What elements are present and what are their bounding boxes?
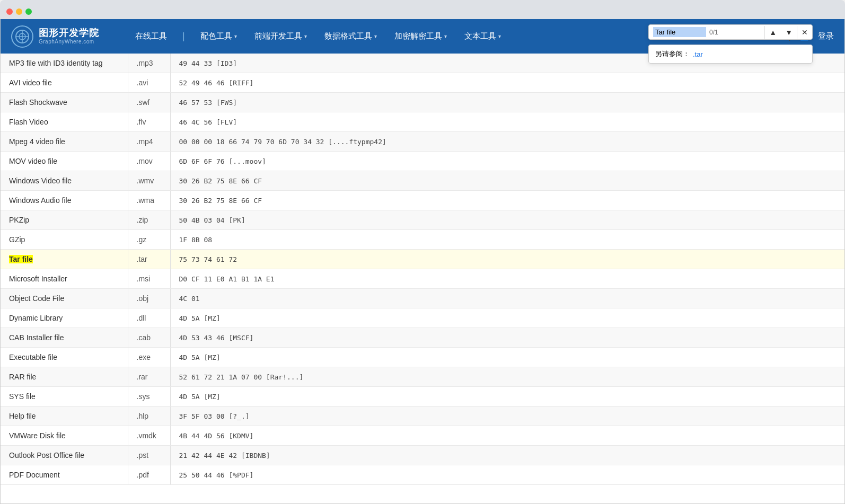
logo-icon [11, 25, 33, 48]
table-cell-magic: D0 CF 11 E0 A1 B1 1A E1 [170, 269, 844, 289]
table-cell-name: Windows Video file [1, 171, 128, 191]
table-row: Windows Video file.wmv30 26 B2 75 8E 66 … [1, 171, 844, 191]
table-cell-magic: 6D 6F 6F 76 [...moov] [170, 152, 844, 171]
table-cell-ext: .rar [128, 367, 170, 387]
table-row: Flash Shockwave.swf46 57 53 [FWS] [1, 93, 844, 112]
chevron-down-icon: ▾ [234, 33, 237, 39]
file-magic-table-container: MP3 file with ID3 identity tag.mp349 44 … [1, 54, 844, 485]
search-next-button[interactable]: ▼ [781, 26, 797, 39]
nav-item-frontend-tools[interactable]: 前端开发工具 ▾ [252, 27, 309, 46]
table-cell-magic: 75 73 74 61 72 [170, 250, 844, 269]
table-cell-name: Mpeg 4 video file [1, 132, 128, 152]
table-cell-name: Flash Video [1, 112, 128, 132]
table-cell-ext: .mp3 [128, 54, 170, 73]
table-row: Flash Video.flv46 4C 56 [FLV] [1, 112, 844, 132]
table-cell-ext: .sys [128, 387, 170, 406]
nav-item-data-tools[interactable]: 数据格式工具 ▾ [322, 27, 379, 46]
maximize-dot[interactable] [25, 8, 32, 15]
nav-item-crypto-tools[interactable]: 加密解密工具 ▾ [392, 27, 449, 46]
table-row: Mpeg 4 video file.mp400 00 00 18 66 74 7… [1, 132, 844, 152]
table-row: Outlook Post Office file.pst21 42 44 4E … [1, 446, 844, 465]
table-cell-ext: .pdf [128, 465, 170, 485]
table-cell-magic: 30 26 B2 75 8E 66 CF [170, 191, 844, 210]
search-input[interactable] [653, 27, 706, 37]
table-cell-name: RAR file [1, 367, 128, 387]
table-cell-name: Windows Audio file [1, 191, 128, 210]
table-cell-magic: 52 61 72 21 1A 07 00 [Rar!...] [170, 367, 844, 387]
logo[interactable]: 图形开发学院 GraphAnyWhere.com [11, 25, 107, 48]
search-input-wrapper: 0/1 [649, 25, 764, 39]
table-cell-name: MOV video file [1, 152, 128, 171]
nav-divider: | [182, 31, 185, 42]
table-cell-magic: 1F 8B 08 [170, 230, 844, 250]
table-cell-magic: 00 00 00 18 66 74 79 70 6D 70 34 32 [...… [170, 132, 844, 152]
table-cell-name: VMWare Disk file [1, 426, 128, 446]
table-cell-magic: 4B 44 4D 56 [KDMV] [170, 426, 844, 446]
search-navigation: ▲ ▼ [764, 26, 797, 39]
table-cell-name: Dynamic Library [1, 308, 128, 328]
table-row: SYS file.sys4D 5A [MZ] [1, 387, 844, 406]
table-cell-magic: 3F 5F 03 00 [?_.] [170, 406, 844, 426]
logo-title: 图形开发学院 [39, 28, 99, 39]
browser-chrome [0, 0, 845, 19]
table-cell-name: AVI video file [1, 73, 128, 93]
table-cell-ext: .mp4 [128, 132, 170, 152]
table-cell-magic: 4D 53 43 46 [MSCF] [170, 328, 844, 348]
chevron-down-icon: ▾ [498, 33, 501, 39]
table-cell-name: SYS file [1, 387, 128, 406]
table-row: Windows Audio file.wma30 26 B2 75 8E 66 … [1, 191, 844, 210]
table-row: RAR file.rar52 61 72 21 1A 07 00 [Rar!..… [1, 367, 844, 387]
table-cell-name: Tar file [1, 250, 128, 269]
table-cell-name: PDF Document [1, 465, 128, 485]
close-dot[interactable] [6, 8, 13, 15]
table-cell-magic: 25 50 44 46 [%PDF] [170, 465, 844, 485]
table-row: Tar file.tar75 73 74 61 72 [1, 250, 844, 269]
table-cell-ext: .cab [128, 328, 170, 348]
logo-subtitle: GraphAnyWhere.com [39, 39, 99, 45]
table-cell-magic: 4D 5A [MZ] [170, 348, 844, 367]
table-cell-name: Flash Shockwave [1, 93, 128, 112]
search-prev-button[interactable]: ▲ [765, 26, 781, 39]
table-row: VMWare Disk file.vmdk4B 44 4D 56 [KDMV] [1, 426, 844, 446]
nav-item-online-tools[interactable]: 在线工具 [133, 27, 169, 46]
table-cell-ext: .flv [128, 112, 170, 132]
table-cell-magic: 21 42 44 4E 42 [IBDNB] [170, 446, 844, 465]
table-cell-ext: .vmdk [128, 426, 170, 446]
table-cell-ext: .zip [128, 210, 170, 230]
table-cell-name: Object Code File [1, 289, 128, 308]
nav-item-color-tools[interactable]: 配色工具 ▾ [198, 27, 239, 46]
table-cell-magic: 30 26 B2 75 8E 66 CF [170, 171, 844, 191]
table-cell-magic: 46 57 53 [FWS] [170, 93, 844, 112]
table-cell-magic: 4C 01 [170, 289, 844, 308]
table-cell-magic: 4D 5A [MZ] [170, 308, 844, 328]
table-cell-ext: .obj [128, 289, 170, 308]
minimize-dot[interactable] [16, 8, 22, 15]
table-row: Help file.hlp3F 5F 03 00 [?_.] [1, 406, 844, 426]
table-cell-ext: .exe [128, 348, 170, 367]
table-cell-name: Executable file [1, 348, 128, 367]
table-row: Microsoft Installer.msiD0 CF 11 E0 A1 B1… [1, 269, 844, 289]
table-cell-ext: .mov [128, 152, 170, 171]
table-cell-magic: 4D 5A [MZ] [170, 387, 844, 406]
suggestion-link[interactable]: .tar [693, 50, 703, 58]
table-cell-ext: .tar [128, 250, 170, 269]
table-cell-ext: .gz [128, 230, 170, 250]
file-magic-table: MP3 file with ID3 identity tag.mp349 44 … [1, 54, 844, 485]
search-close-button[interactable]: ✕ [797, 26, 812, 39]
table-cell-name: Help file [1, 406, 128, 426]
table-cell-name: Outlook Post Office file [1, 446, 128, 465]
search-suggestion: 另请参阅： .tar [648, 45, 813, 64]
suggestion-prefix: 另请参阅： [655, 49, 690, 59]
login-button[interactable]: 登录 [818, 31, 834, 41]
table-row: AVI video file.avi52 49 46 46 [RIFF] [1, 73, 844, 93]
chevron-down-icon: ▾ [374, 33, 377, 39]
table-cell-ext: .msi [128, 269, 170, 289]
table-cell-name: PKZip [1, 210, 128, 230]
table-cell-name: MP3 file with ID3 identity tag [1, 54, 128, 73]
logo-svg [15, 29, 30, 44]
table-row: MOV video file.mov6D 6F 6F 76 [...moov] [1, 152, 844, 171]
table-row: Executable file.exe4D 5A [MZ] [1, 348, 844, 367]
table-cell-ext: .wma [128, 191, 170, 210]
nav-item-text-tools[interactable]: 文本工具 ▾ [462, 27, 503, 46]
table-cell-ext: .swf [128, 93, 170, 112]
